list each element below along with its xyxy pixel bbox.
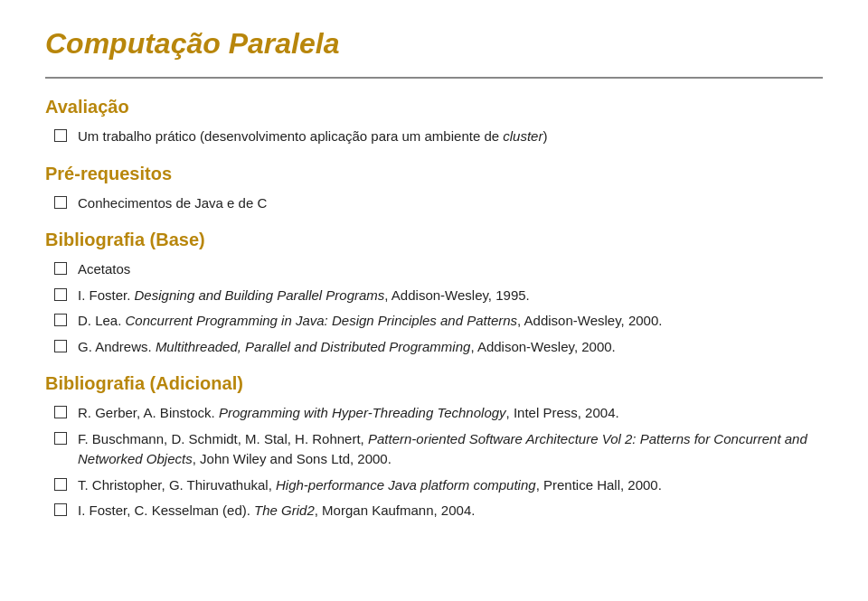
- avaliacao-list: Um trabalho prático (desenvolvimento apl…: [54, 127, 823, 147]
- section-avaliacao: Avaliação Um trabalho prático (desenvolv…: [45, 97, 823, 147]
- list-item: Um trabalho prático (desenvolvimento apl…: [54, 127, 823, 147]
- bullet-icon: [54, 340, 67, 352]
- item-text: R. Gerber, A. Binstock. Programming with…: [78, 403, 619, 424]
- bullet-icon: [54, 478, 67, 491]
- heading-pre-requesitos: Pré-requesitos: [45, 164, 823, 184]
- list-item: R. Gerber, A. Binstock. Programming with…: [54, 403, 823, 424]
- list-item: G. Andrews. Multithreaded, Parallel and …: [54, 337, 823, 358]
- list-item: Acetatos: [54, 259, 823, 280]
- item-text: F. Buschmann, D. Schmidt, M. Stal, H. Ro…: [78, 429, 823, 470]
- list-item: D. Lea. Concurrent Programming in Java: …: [54, 311, 823, 332]
- bullet-icon: [54, 196, 67, 209]
- item-text: T. Christopher, G. Thiruvathukal, High-p…: [78, 475, 662, 496]
- item-text: Conhecimentos de Java e de C: [78, 193, 267, 214]
- section-bibliografia-base: Bibliografia (Base) Acetatos I. Foster. …: [45, 230, 823, 357]
- divider: [45, 77, 823, 79]
- item-text: Um trabalho prático (desenvolvimento apl…: [78, 127, 547, 147]
- list-item: I. Foster, C. Kesselman (ed). The Grid2,…: [54, 501, 823, 521]
- bullet-icon: [54, 262, 67, 275]
- item-text: Acetatos: [78, 259, 130, 280]
- bullet-icon: [54, 314, 67, 326]
- pre-requesitos-list: Conhecimentos de Java e de C: [54, 193, 823, 214]
- heading-bibliografia-adicional: Bibliografia (Adicional): [45, 373, 823, 394]
- item-text: I. Foster. Designing and Building Parall…: [78, 286, 530, 306]
- bullet-icon: [54, 503, 67, 516]
- bullet-icon: [54, 406, 67, 418]
- bibliografia-base-list: Acetatos I. Foster. Designing and Buildi…: [54, 259, 823, 357]
- item-text: I. Foster, C. Kesselman (ed). The Grid2,…: [78, 501, 475, 521]
- bibliografia-adicional-list: R. Gerber, A. Binstock. Programming with…: [54, 403, 823, 521]
- heading-bibliografia-base: Bibliografia (Base): [45, 230, 823, 250]
- heading-avaliacao: Avaliação: [45, 97, 823, 117]
- bullet-icon: [54, 288, 67, 301]
- item-text: D. Lea. Concurrent Programming in Java: …: [78, 311, 662, 332]
- page-title: Computação Paralela: [45, 27, 823, 61]
- section-pre-requesitos: Pré-requesitos Conhecimentos de Java e d…: [45, 164, 823, 214]
- list-item: F. Buschmann, D. Schmidt, M. Stal, H. Ro…: [54, 429, 823, 470]
- list-item: I. Foster. Designing and Building Parall…: [54, 286, 823, 306]
- item-text: G. Andrews. Multithreaded, Parallel and …: [78, 337, 616, 358]
- bullet-icon: [54, 432, 67, 445]
- list-item: Conhecimentos de Java e de C: [54, 193, 823, 214]
- section-bibliografia-adicional: Bibliografia (Adicional) R. Gerber, A. B…: [45, 373, 823, 521]
- list-item: T. Christopher, G. Thiruvathukal, High-p…: [54, 475, 823, 496]
- bullet-icon: [54, 129, 67, 142]
